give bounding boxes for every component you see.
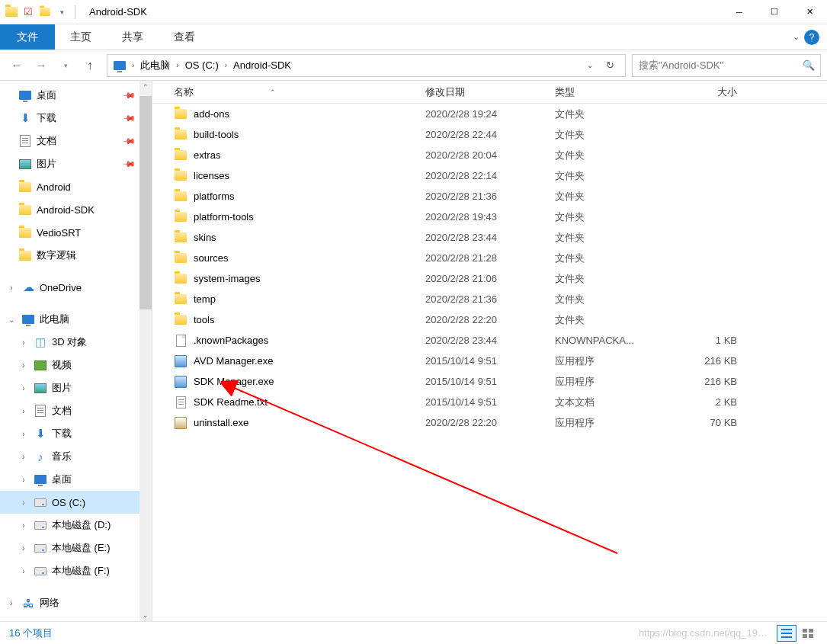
column-headers: 名称⌃ 修改日期 类型 大小 <box>152 81 827 104</box>
tree-item-3d[interactable]: › ◫ 3D 对象 <box>0 331 140 354</box>
tree-label: 此电脑 <box>40 312 69 326</box>
expand-icon[interactable]: › <box>18 474 29 485</box>
tree-item-quick[interactable]: 文档 📌 <box>0 130 140 152</box>
column-type[interactable]: 类型 <box>549 85 667 99</box>
expand-icon[interactable]: › <box>18 337 29 348</box>
collapse-icon[interactable]: ⌄ <box>6 314 17 325</box>
back-button[interactable]: ← <box>6 55 27 76</box>
tab-home[interactable]: 主页 <box>55 24 107 50</box>
search-icon[interactable]: 🔍 <box>797 59 820 71</box>
tree-item-drive[interactable]: › 本地磁盘 (E:) <box>0 537 140 559</box>
file-row[interactable]: platform-tools 2020/2/28 19:43 文件夹 <box>152 207 827 227</box>
close-button[interactable]: ✕ <box>792 0 827 24</box>
file-row[interactable]: sources 2020/2/28 21:28 文件夹 <box>152 248 827 268</box>
tree-item-quick[interactable]: Android <box>0 175 140 198</box>
tree-item-drive[interactable]: › OS (C:) <box>0 491 140 514</box>
file-date: 2020/2/28 22:20 <box>419 314 549 325</box>
file-row[interactable]: add-ons 2020/2/28 19:24 文件夹 <box>152 104 827 124</box>
tree-item-doc[interactable]: › 文档 <box>0 399 140 422</box>
minimize-button[interactable]: ─ <box>722 0 757 24</box>
chevron-right-icon[interactable]: › <box>129 61 137 69</box>
chevron-right-icon[interactable]: › <box>173 61 181 69</box>
up-button[interactable]: ↑ <box>79 55 101 76</box>
file-tab[interactable]: 文件 <box>0 24 55 50</box>
tree-item-network[interactable]: › 🖧 网络 <box>0 591 140 614</box>
expand-icon[interactable]: › <box>18 451 29 462</box>
crumb-folder[interactable]: Android-SDK <box>230 55 294 76</box>
refresh-icon[interactable]: ↻ <box>601 56 619 75</box>
column-name[interactable]: 名称⌃ <box>168 85 419 99</box>
tree-item-drive[interactable]: › 本地磁盘 (D:) <box>0 514 140 537</box>
file-row[interactable]: temp 2020/2/28 21:36 文件夹 <box>152 289 827 309</box>
expand-icon[interactable]: › <box>18 360 29 370</box>
help-icon[interactable]: ? <box>804 30 819 45</box>
column-date[interactable]: 修改日期 <box>419 85 549 99</box>
tree-item-pic[interactable]: › 图片 <box>0 376 140 399</box>
expand-icon[interactable]: › <box>18 543 29 553</box>
tree-item-quick[interactable]: 数字逻辑 <box>0 244 140 267</box>
crumb-drive[interactable]: OS (C:) <box>182 55 222 76</box>
expand-icon[interactable]: › <box>18 520 29 530</box>
tree-item-desktop[interactable]: › 桌面 <box>0 468 140 491</box>
chevron-right-icon[interactable]: › <box>222 61 230 69</box>
tree-item-quick[interactable]: VedioSRT <box>0 221 140 244</box>
tree-item-quick[interactable]: 图片 📌 <box>0 152 140 175</box>
file-row[interactable]: SDK Readme.txt 2015/10/14 9:51 文本文档 2 KB <box>152 392 827 412</box>
qat-properties-icon[interactable]: ☑ <box>21 5 35 19</box>
expand-icon[interactable]: › <box>6 282 17 293</box>
file-row[interactable]: .knownPackages 2020/2/28 23:44 KNOWNPACK… <box>152 330 827 351</box>
file-type: 文件夹 <box>549 128 667 142</box>
tree-item-quick[interactable]: ⬇ 下载 📌 <box>0 107 140 130</box>
tree-item-video[interactable]: › 视频 <box>0 354 140 376</box>
tree-item-quick[interactable]: Android-SDK <box>0 198 140 221</box>
file-row[interactable]: build-tools 2020/2/28 22:44 文件夹 <box>152 124 827 145</box>
tree-item-drive[interactable]: › 本地磁盘 (F:) <box>0 559 140 582</box>
qat-new-folder-icon[interactable] <box>38 5 52 19</box>
ribbon-expand-icon[interactable]: ⌄ <box>793 32 800 42</box>
expand-icon[interactable]: › <box>18 428 29 439</box>
folder-icon <box>18 180 32 194</box>
file-row[interactable]: licenses 2020/2/28 22:14 文件夹 <box>152 165 827 186</box>
sort-asc-icon: ⌃ <box>270 88 276 96</box>
search-box[interactable]: 🔍 <box>632 54 821 77</box>
file-row[interactable]: system-images 2020/2/28 21:06 文件夹 <box>152 268 827 289</box>
tree-item-thispc[interactable]: ⌄ 此电脑 <box>0 308 140 331</box>
scrollbar-thumb[interactable] <box>139 96 152 309</box>
tab-view[interactable]: 查看 <box>159 24 210 50</box>
file-row[interactable]: uninstall.exe 2020/2/28 22:20 应用程序 70 KB <box>152 412 827 433</box>
column-size[interactable]: 大小 <box>667 85 743 99</box>
thumbnails-view-button[interactable] <box>798 625 818 642</box>
forward-button[interactable]: → <box>30 55 52 76</box>
tree-item-onedrive[interactable]: › ☁ OneDrive <box>0 276 140 299</box>
file-row[interactable]: skins 2020/2/28 23:44 文件夹 <box>152 227 827 248</box>
recent-dropdown-icon[interactable]: ▾ <box>55 55 76 76</box>
address-dropdown-icon[interactable]: ⌄ <box>581 56 599 75</box>
expand-icon[interactable]: › <box>18 405 29 416</box>
exe-icon <box>174 375 188 389</box>
crumb-thispc[interactable]: 此电脑 <box>137 55 173 76</box>
tree-item-quick[interactable]: 桌面 📌 <box>0 84 140 107</box>
tree-item-music[interactable]: › ♪ 音乐 <box>0 445 140 468</box>
tab-share[interactable]: 共享 <box>107 24 159 50</box>
details-view-button[interactable] <box>777 625 797 642</box>
file-row[interactable]: AVD Manager.exe 2015/10/14 9:51 应用程序 216… <box>152 351 827 371</box>
expand-icon[interactable]: › <box>6 598 17 608</box>
file-row[interactable]: SDK Manager.exe 2015/10/14 9:51 应用程序 216… <box>152 371 827 392</box>
folder-icon <box>174 252 188 265</box>
maximize-button[interactable]: ☐ <box>757 0 792 24</box>
qat-dropdown-icon[interactable]: ▾ <box>55 5 69 19</box>
search-input[interactable] <box>633 59 797 71</box>
pc-icon[interactable] <box>111 55 129 76</box>
file-row[interactable]: tools 2020/2/28 22:20 文件夹 <box>152 309 827 330</box>
expand-icon[interactable]: › <box>18 383 29 393</box>
file-row[interactable]: extras 2020/2/28 20:04 文件夹 <box>152 145 827 165</box>
expand-icon[interactable]: › <box>18 566 29 576</box>
scroll-up-icon[interactable]: ⌃ <box>139 81 152 93</box>
tree-item-download[interactable]: › ⬇ 下载 <box>0 422 140 445</box>
scroll-down-icon[interactable]: ⌄ <box>139 609 152 621</box>
file-row[interactable]: platforms 2020/2/28 21:36 文件夹 <box>152 186 827 207</box>
folder-icon <box>174 128 188 142</box>
download-icon: ⬇ <box>34 427 47 441</box>
expand-icon[interactable]: › <box>18 497 29 508</box>
breadcrumb[interactable]: › 此电脑 › OS (C:) › Android-SDK ⌄ ↻ <box>107 54 626 77</box>
